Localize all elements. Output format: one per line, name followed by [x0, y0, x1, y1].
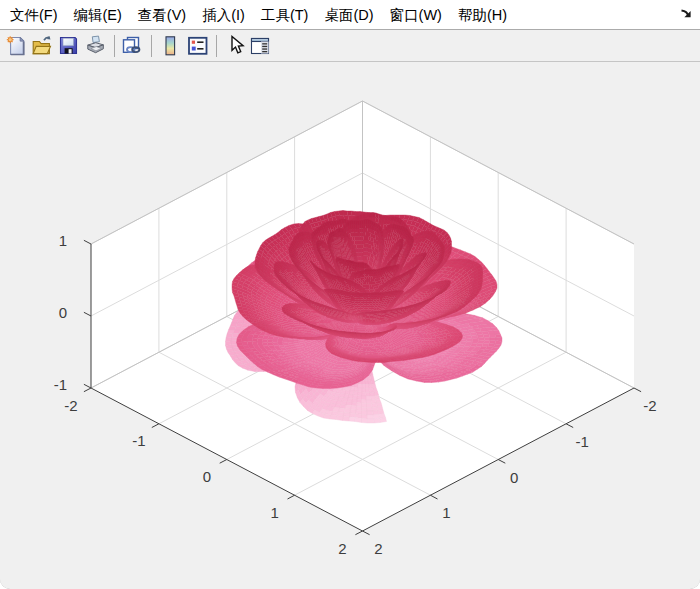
z-tick-label: 1 — [59, 232, 67, 249]
matlab-figure-window: 文件(F) 编辑(E) 查看(V) 插入(I) 工具(T) 桌面(D) 窗口(W… — [0, 0, 700, 589]
new-figure-icon — [6, 35, 27, 57]
edit-plot-icon — [225, 35, 247, 57]
menu-item-window[interactable]: 窗口(W) — [382, 1, 450, 29]
menu-item-help[interactable]: 帮助(H) — [450, 1, 515, 29]
y-tick-label: 1 — [442, 504, 450, 521]
new-figure-button[interactable] — [3, 33, 29, 59]
link-plot-icon — [121, 35, 143, 57]
print-figure-button[interactable] — [83, 33, 109, 59]
3d-axes — [0, 62, 700, 589]
y-tick-label: 0 — [510, 468, 518, 485]
print-figure-icon — [85, 35, 107, 57]
z-tick-label: 0 — [59, 304, 67, 321]
z-tick-label: -1 — [54, 376, 67, 393]
insert-legend-icon — [187, 35, 209, 57]
show-plot-tools-button[interactable] — [247, 33, 273, 59]
insert-legend-button[interactable] — [185, 33, 211, 59]
figure-canvas: -2 -1 0 1 2 -2 -1 0 1 2 -1 0 1 — [0, 62, 700, 589]
x-tick-label: 1 — [270, 503, 278, 520]
y-tick-label: -1 — [575, 432, 588, 449]
open-file-icon — [31, 35, 53, 57]
toolbar-separator — [216, 35, 217, 57]
toolbar-separator — [151, 35, 152, 57]
y-tick-label: 2 — [374, 540, 382, 557]
menu-item-edit[interactable]: 编辑(E) — [66, 1, 130, 29]
x-tick-label: -1 — [132, 432, 145, 449]
x-tick-label: 2 — [338, 539, 346, 556]
x-tick-label: 0 — [203, 468, 211, 485]
menu-item-desktop[interactable]: 桌面(D) — [316, 1, 381, 29]
x-tick-label: -2 — [64, 396, 77, 413]
save-figure-icon — [58, 35, 79, 56]
save-figure-button[interactable] — [55, 33, 81, 59]
menu-item-insert[interactable]: 插入(I) — [194, 1, 253, 29]
menu-bar: 文件(F) 编辑(E) 查看(V) 插入(I) 工具(T) 桌面(D) 窗口(W… — [0, 0, 700, 30]
edit-plot-button[interactable] — [223, 33, 249, 59]
menu-item-tools[interactable]: 工具(T) — [253, 1, 317, 29]
link-plot-button[interactable] — [119, 33, 145, 59]
figure-toolbar — [0, 30, 700, 62]
insert-colorbar-icon — [160, 35, 181, 57]
insert-colorbar-button[interactable] — [157, 33, 183, 59]
open-file-button[interactable] — [29, 33, 55, 59]
y-tick-label: -2 — [643, 397, 656, 414]
menu-item-view[interactable]: 查看(V) — [130, 1, 194, 29]
toolbar-separator — [114, 35, 115, 57]
plot-tools-icon — [249, 35, 271, 57]
menu-item-file[interactable]: 文件(F) — [2, 1, 66, 29]
dock-figure-arrow-icon[interactable] — [680, 7, 693, 25]
